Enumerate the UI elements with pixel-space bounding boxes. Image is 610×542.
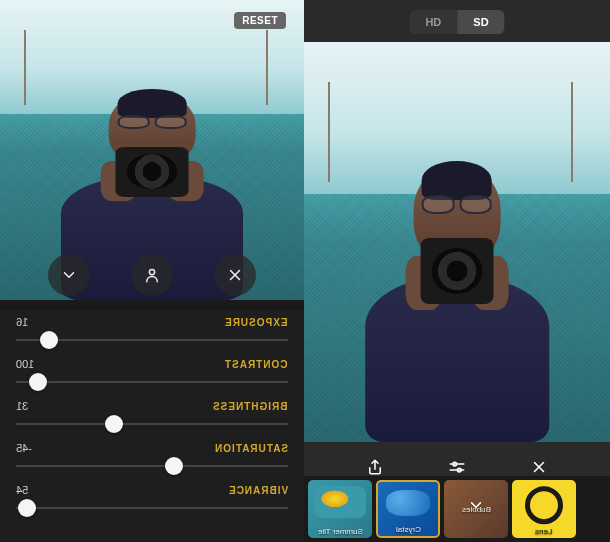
chevron-down-icon	[60, 266, 78, 284]
slider-knob[interactable]	[40, 331, 58, 349]
close-adjust-button[interactable]	[214, 254, 256, 296]
slider-track[interactable]	[16, 456, 288, 476]
quality-hd[interactable]: HD	[409, 10, 457, 34]
slider-label: SATURATION	[214, 443, 288, 454]
slider-label: EXPOSURE	[224, 317, 288, 328]
person-icon	[143, 266, 161, 284]
adjustment-sliders: 16 EXPOSURE 100 CONTRAST 31 BRIGHTNESS -…	[0, 310, 304, 542]
editor-filters-panel: HD SD Summer Tile Crystal	[304, 0, 610, 542]
slider-track[interactable]	[16, 372, 288, 392]
slider-value: -45	[16, 442, 32, 454]
preview-image[interactable]	[304, 42, 610, 442]
slider-knob[interactable]	[105, 415, 123, 433]
slider-exposure: 16 EXPOSURE	[16, 316, 288, 350]
subject-mask-button[interactable]	[131, 254, 173, 296]
quality-toggle: HD SD	[409, 10, 504, 34]
close-icon	[530, 458, 548, 476]
quality-sd[interactable]: SD	[457, 10, 504, 34]
slider-label: VIBRANCE	[228, 485, 288, 496]
filter-bubbles[interactable]: Bubbles	[444, 480, 508, 538]
slider-track[interactable]	[16, 414, 288, 434]
slider-value: 31	[16, 400, 28, 412]
filter-label: Bubbles	[462, 503, 491, 516]
slider-track[interactable]	[16, 498, 288, 518]
slider-knob[interactable]	[165, 457, 183, 475]
filter-crystal[interactable]: Crystal	[376, 480, 440, 538]
filter-lens[interactable]: Lens	[512, 480, 576, 538]
filter-label: Lens	[535, 525, 552, 538]
editor-adjustments-panel: RESET 16 EXPOSURE 100 CONTRAST	[0, 0, 304, 542]
slider-knob[interactable]	[29, 373, 47, 391]
slider-brightness: 31 BRIGHTNESS	[16, 400, 288, 434]
slider-vibrance: 54 VIBRANCE	[16, 484, 288, 518]
share-icon	[366, 458, 384, 476]
preview-actions	[0, 254, 304, 296]
slider-knob[interactable]	[18, 499, 36, 517]
slider-saturation: -45 SATURATION	[16, 442, 288, 476]
sliders-icon	[448, 458, 466, 476]
slider-contrast: 100 CONTRAST	[16, 358, 288, 392]
slider-value: 54	[16, 484, 28, 496]
slider-label: CONTRAST	[224, 359, 288, 370]
filter-label: Summer Tile	[318, 525, 363, 538]
slider-label: BRIGHTNESS	[212, 401, 288, 412]
filter-label: Crystal	[396, 523, 421, 536]
svg-point-0	[149, 269, 154, 274]
reset-button[interactable]: RESET	[234, 12, 286, 29]
filter-strip[interactable]: Summer Tile Crystal Bubbles Lens	[304, 476, 610, 542]
expand-button[interactable]	[48, 254, 90, 296]
slider-track[interactable]	[16, 330, 288, 350]
filter-summer-tile[interactable]: Summer Tile	[308, 480, 372, 538]
preview-image[interactable]: RESET	[0, 0, 304, 300]
slider-value: 16	[16, 316, 28, 328]
slider-value: 100	[16, 358, 34, 370]
close-icon	[226, 266, 244, 284]
